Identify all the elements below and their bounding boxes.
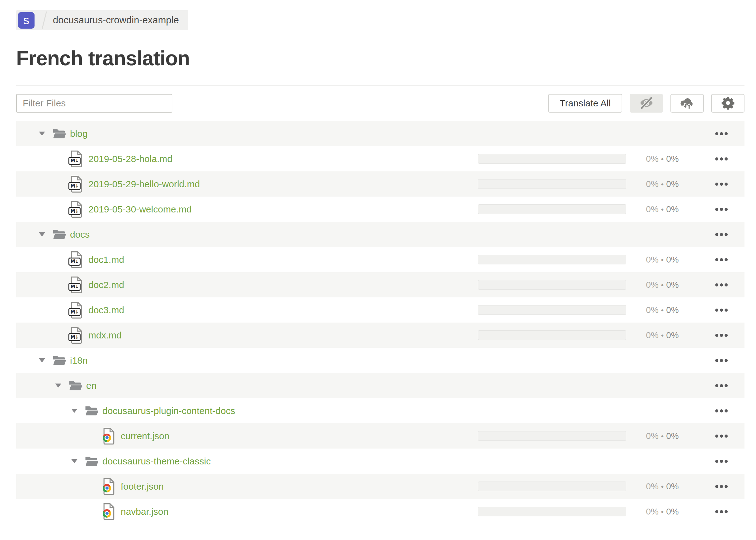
row-menu-button[interactable] <box>712 432 731 441</box>
progress-bar <box>478 204 626 214</box>
file-name-link[interactable]: 2019-05-29-hello-world.md <box>88 179 200 190</box>
toolbar: Translate All <box>16 94 744 113</box>
translate-all-button[interactable]: Translate All <box>548 94 622 113</box>
tree-row-file[interactable]: M↓mdx.md0%•0% <box>16 323 744 348</box>
row-menu-button[interactable] <box>712 230 731 239</box>
tree-row-file[interactable]: M↓doc2.md0%•0% <box>16 272 744 297</box>
caret-down-icon[interactable] <box>71 459 77 463</box>
folder-name-link[interactable]: blog <box>70 128 88 139</box>
row-menu-button[interactable] <box>712 507 731 516</box>
row-menu-button[interactable] <box>712 356 731 365</box>
ellipsis-icon <box>720 309 723 312</box>
folder-name-link[interactable]: en <box>86 380 96 391</box>
ellipsis-icon <box>720 359 723 362</box>
caret-down-icon[interactable] <box>39 358 45 362</box>
row-menu-button[interactable] <box>712 205 731 214</box>
hide-completed-button[interactable] <box>630 94 663 113</box>
approved-percent: 0% <box>666 507 679 516</box>
row-menu-button[interactable] <box>712 406 731 416</box>
caret-down-icon[interactable] <box>39 232 45 236</box>
ellipsis-icon <box>720 510 723 513</box>
ellipsis-icon <box>725 485 728 488</box>
translated-percent: 0% <box>646 179 658 189</box>
row-menu-button[interactable] <box>712 381 731 390</box>
caret-down-icon[interactable] <box>55 383 61 388</box>
approved-percent: 0% <box>666 330 679 340</box>
folder-name-link[interactable]: i18n <box>70 355 88 366</box>
ellipsis-icon <box>725 208 728 211</box>
file-name-link[interactable]: doc3.md <box>88 305 124 316</box>
caret-down-icon[interactable] <box>39 132 45 136</box>
file-name-link[interactable]: 2019-05-30-welcome.md <box>88 204 192 214</box>
progress-column <box>478 481 626 491</box>
json-file-icon <box>102 503 116 520</box>
tree-row-file[interactable]: M↓2019-05-29-hello-world.md0%•0% <box>16 171 744 197</box>
markdown-file-icon: M↓ <box>70 176 83 193</box>
project-avatar-letter: s <box>23 14 29 27</box>
tree-row-file[interactable]: current.json0%•0% <box>16 423 744 449</box>
ellipsis-icon <box>725 233 728 236</box>
tree-row-file[interactable]: M↓doc3.md0%•0% <box>16 297 744 323</box>
tree-row-file[interactable]: M↓2019-05-28-hola.md0%•0% <box>16 146 744 171</box>
row-menu-button[interactable] <box>712 331 731 340</box>
file-name-link[interactable]: 2019-05-28-hola.md <box>88 154 172 164</box>
tree-row-folder[interactable]: docusaurus-theme-classic <box>16 449 744 474</box>
caret-down-icon[interactable] <box>71 409 77 413</box>
row-menu-button[interactable] <box>712 255 731 264</box>
folder-icon <box>84 405 98 417</box>
row-menu-button[interactable] <box>712 129 731 138</box>
file-name-link[interactable]: footer.json <box>121 481 164 492</box>
tree-row-folder[interactable]: en <box>16 373 744 398</box>
ellipsis-icon <box>720 460 723 463</box>
row-menu-button[interactable] <box>712 280 731 290</box>
row-menu-button[interactable] <box>712 306 731 315</box>
settings-button[interactable] <box>711 94 744 113</box>
tree-row-content: footer.json <box>16 478 478 495</box>
ellipsis-icon <box>725 510 728 513</box>
stats-separator: • <box>661 482 664 491</box>
file-name-link[interactable]: doc2.md <box>88 280 124 290</box>
project-avatar[interactable]: s <box>18 12 35 29</box>
file-name-link[interactable]: doc1.md <box>88 254 124 265</box>
tree-row-file[interactable]: footer.json0%•0% <box>16 474 744 499</box>
row-menu-button[interactable] <box>712 457 731 466</box>
tree-row-folder[interactable]: blog <box>16 121 744 146</box>
row-stats: 0%•0% <box>626 330 698 340</box>
folder-name-link[interactable]: docusaurus-plugin-content-docs <box>102 406 235 416</box>
ellipsis-icon <box>720 233 723 236</box>
ellipsis-icon <box>715 359 718 362</box>
folder-icon <box>69 380 82 391</box>
folder-name-link[interactable]: docs <box>70 229 89 240</box>
folder-name-link[interactable]: docusaurus-theme-classic <box>102 456 211 467</box>
breadcrumb-project-name[interactable]: docusaurus-crowdin-example <box>53 15 179 26</box>
ellipsis-icon <box>725 460 728 463</box>
tree-row-folder[interactable]: i18n <box>16 348 744 373</box>
row-menu-button[interactable] <box>712 482 731 491</box>
approved-percent: 0% <box>666 154 679 164</box>
ellipsis-icon <box>725 309 728 312</box>
tree-row-file[interactable]: M↓2019-05-30-welcome.md0%•0% <box>16 197 744 222</box>
tree-row-content: M↓doc2.md <box>16 276 478 294</box>
folder-icon <box>52 128 66 139</box>
translated-percent: 0% <box>646 280 658 290</box>
file-name-link[interactable]: navbar.json <box>121 506 168 517</box>
ellipsis-icon <box>715 510 718 513</box>
progress-bar <box>478 305 626 315</box>
tree-row-folder[interactable]: docs <box>16 222 744 247</box>
file-tree: blogM↓2019-05-28-hola.md0%•0%M↓2019-05-2… <box>16 121 744 524</box>
breadcrumb[interactable]: s docusaurus-crowdin-example <box>16 10 188 30</box>
tree-row-folder[interactable]: docusaurus-plugin-content-docs <box>16 398 744 423</box>
tree-row-file[interactable]: navbar.json0%•0% <box>16 499 744 524</box>
stats-separator: • <box>661 508 664 516</box>
sync-files-button[interactable] <box>671 94 704 113</box>
row-menu-button[interactable] <box>712 154 731 164</box>
tree-row-file[interactable]: M↓doc1.md0%•0% <box>16 247 744 272</box>
row-stats: 0%•0% <box>626 204 698 214</box>
row-menu-button[interactable] <box>712 180 731 189</box>
progress-bar <box>478 330 626 340</box>
progress-column <box>478 305 626 315</box>
file-name-link[interactable]: mdx.md <box>88 330 122 340</box>
file-name-link[interactable]: current.json <box>121 431 170 441</box>
filter-files-input[interactable] <box>16 94 172 113</box>
eye-off-icon <box>639 95 654 111</box>
